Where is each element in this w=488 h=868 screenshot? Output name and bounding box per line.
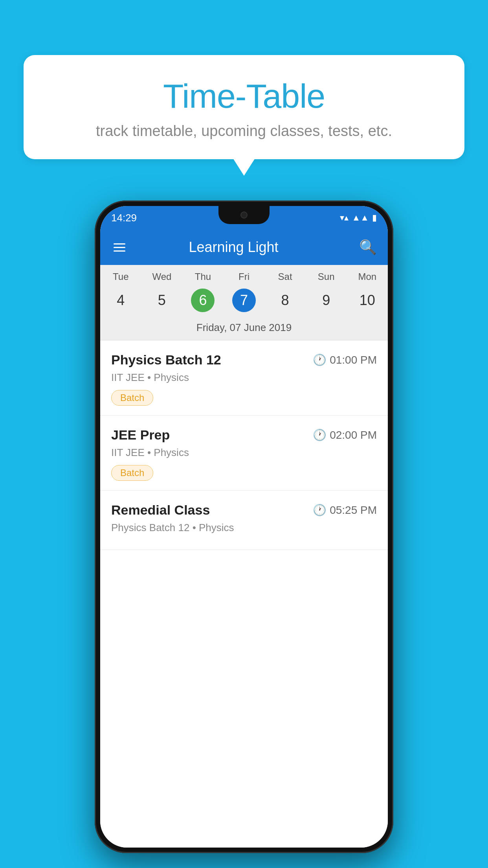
schedule-time-2: 🕐 02:00 PM <box>313 428 377 441</box>
clock-icon-1: 🕐 <box>313 353 327 366</box>
day-col-sat: Sat <box>264 271 306 282</box>
app-title: Learning Light <box>117 239 350 256</box>
day-number-8[interactable]: 8 <box>273 289 297 312</box>
schedule-subtitle-1: IIT JEE • Physics <box>111 371 377 384</box>
schedule-item-3-header: Remedial Class 🕐 05:25 PM <box>111 502 377 518</box>
batch-badge-1: Batch <box>111 390 153 406</box>
schedule-time-value-2: 02:00 PM <box>330 429 377 441</box>
day-name-fri: Fri <box>238 271 250 282</box>
schedule-item-3[interactable]: Remedial Class 🕐 05:25 PM Physics Batch … <box>100 491 388 550</box>
clock-icon-3: 🕐 <box>313 504 327 517</box>
schedule-time-3: 🕐 05:25 PM <box>313 504 377 517</box>
clock-icon-2: 🕐 <box>313 428 327 441</box>
notch <box>218 206 270 224</box>
selected-date-label: Friday, 07 June 2019 <box>100 318 388 340</box>
day-col-fri: Fri <box>224 271 265 282</box>
day-num-col-6: 6 <box>182 289 224 312</box>
day-num-col-4: 4 <box>100 289 141 312</box>
schedule-subtitle-3: Physics Batch 12 • Physics <box>111 522 377 534</box>
app-bar: Learning Light 🔍 <box>100 230 388 265</box>
day-col-sun: Sun <box>306 271 347 282</box>
status-time: 14:29 <box>111 212 137 224</box>
schedule-list[interactable]: Physics Batch 12 🕐 01:00 PM IIT JEE • Ph… <box>100 340 388 848</box>
day-num-col-5: 5 <box>141 289 183 312</box>
batch-badge-2: Batch <box>111 465 153 481</box>
camera-dot <box>240 211 248 219</box>
day-name-mon: Mon <box>358 271 376 282</box>
day-headers: Tue Wed Thu Fri Sat <box>100 265 388 285</box>
phone-screen: 14:29 ▾▴ ▲▲ ▮ Learning Light 🔍 <box>100 206 388 848</box>
day-col-thu: Thu <box>182 271 224 282</box>
bubble-subtitle: track timetable, upcoming classes, tests… <box>47 123 441 140</box>
speech-bubble-section: Time-Table track timetable, upcoming cla… <box>24 55 464 159</box>
schedule-subtitle-2: IIT JEE • Physics <box>111 447 377 459</box>
status-icons: ▾▴ ▲▲ ▮ <box>340 213 377 223</box>
day-number-7-selected[interactable]: 7 <box>232 289 256 312</box>
day-name-thu: Thu <box>195 271 211 282</box>
schedule-time-value-1: 01:00 PM <box>330 354 377 366</box>
schedule-item-2[interactable]: JEE Prep 🕐 02:00 PM IIT JEE • Physics Ba… <box>100 416 388 491</box>
day-number-4[interactable]: 4 <box>109 289 132 312</box>
day-number-row: 4 5 6 7 8 <box>100 285 388 318</box>
calendar-section: Tue Wed Thu Fri Sat <box>100 265 388 340</box>
schedule-time-1: 🕐 01:00 PM <box>313 353 377 366</box>
signal-icon: ▲▲ <box>352 213 369 223</box>
day-num-col-10: 10 <box>347 289 388 312</box>
day-number-6-today[interactable]: 6 <box>191 289 215 312</box>
battery-icon: ▮ <box>372 213 377 223</box>
schedule-item-1[interactable]: Physics Batch 12 🕐 01:00 PM IIT JEE • Ph… <box>100 340 388 416</box>
schedule-time-value-3: 05:25 PM <box>330 504 377 517</box>
day-name-sun: Sun <box>318 271 335 282</box>
day-number-5[interactable]: 5 <box>150 289 174 312</box>
day-col-tue: Tue <box>100 271 141 282</box>
phone-container: 14:29 ▾▴ ▲▲ ▮ Learning Light 🔍 <box>95 200 393 853</box>
wifi-icon: ▾▴ <box>340 213 349 223</box>
day-name-sat: Sat <box>278 271 292 282</box>
bubble-title: Time-Table <box>47 77 441 116</box>
day-col-mon: Mon <box>347 271 388 282</box>
schedule-item-2-header: JEE Prep 🕐 02:00 PM <box>111 427 377 443</box>
day-number-10[interactable]: 10 <box>356 289 379 312</box>
day-num-col-9: 9 <box>306 289 347 312</box>
day-num-col-8: 8 <box>264 289 306 312</box>
day-name-wed: Wed <box>152 271 171 282</box>
phone-frame: 14:29 ▾▴ ▲▲ ▮ Learning Light 🔍 <box>95 200 393 853</box>
day-col-wed: Wed <box>141 271 183 282</box>
schedule-title-3: Remedial Class <box>111 502 210 518</box>
schedule-item-1-header: Physics Batch 12 🕐 01:00 PM <box>111 352 377 368</box>
day-name-tue: Tue <box>113 271 128 282</box>
day-number-9[interactable]: 9 <box>314 289 338 312</box>
schedule-title-2: JEE Prep <box>111 427 170 443</box>
schedule-title-1: Physics Batch 12 <box>111 352 221 368</box>
search-icon[interactable]: 🔍 <box>359 239 377 256</box>
phone-content: 14:29 ▾▴ ▲▲ ▮ Learning Light 🔍 <box>100 206 388 848</box>
speech-bubble: Time-Table track timetable, upcoming cla… <box>24 55 464 159</box>
day-num-col-7: 7 <box>224 289 265 312</box>
